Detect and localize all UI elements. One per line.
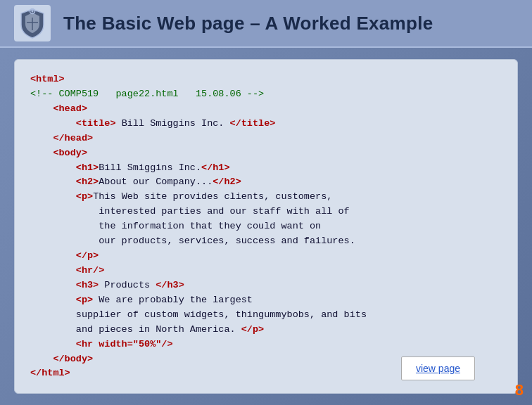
header: The Basic Web page – A Worked Example xyxy=(0,0,532,48)
slide-title: The Basic Web page – A Worked Example xyxy=(63,13,433,34)
svg-point-1 xyxy=(32,11,34,13)
view-page-button[interactable]: view page xyxy=(401,356,475,380)
logo-icon xyxy=(18,8,46,39)
logo-container xyxy=(14,5,51,41)
code-block: <html> <!-- COMP519 page22.html 15.08.06… xyxy=(30,72,502,381)
content-area: <html> <!-- COMP519 page22.html 15.08.06… xyxy=(14,59,518,394)
page-number: 8 xyxy=(515,381,524,399)
slide-container: The Basic Web page – A Worked Example <h… xyxy=(0,0,532,405)
